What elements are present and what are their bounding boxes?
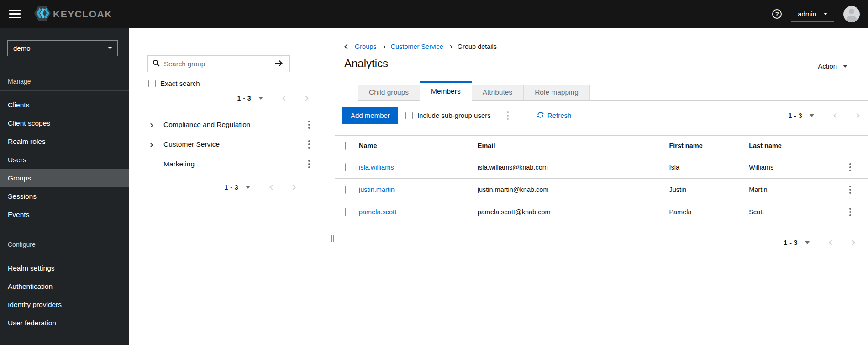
sidebar-item-user-federation[interactable]: User federation bbox=[0, 314, 129, 332]
group-tree-item-label[interactable]: Marketing bbox=[163, 160, 306, 168]
include-subgroup-users-checkbox[interactable] bbox=[405, 112, 413, 119]
pagination-range: 1 - 3 bbox=[224, 184, 238, 191]
sidebar-item-realm-settings[interactable]: Realm settings bbox=[0, 259, 129, 277]
sidebar-item-identity-providers[interactable]: Identity providers bbox=[0, 296, 129, 314]
member-first-name: Isla bbox=[665, 156, 745, 179]
back-chevron-icon[interactable] bbox=[344, 44, 349, 49]
keycloak-logo: KEYCLOAK bbox=[33, 5, 112, 24]
chevron-down-icon bbox=[108, 47, 112, 49]
breadcrumb: Groups Customer Service Group details bbox=[335, 28, 868, 50]
user-menu-dropdown[interactable]: admin bbox=[791, 6, 834, 22]
group-tree-panel: Exact search 1 - 3 Compliance and Regula… bbox=[129, 28, 331, 345]
group-tree-item-label[interactable]: Compliance and Regulation bbox=[163, 121, 306, 129]
sidebar-item-client-scopes[interactable]: Client scopes bbox=[0, 114, 129, 133]
sidebar-item-authentication[interactable]: Authentication bbox=[0, 277, 129, 296]
refresh-button[interactable]: Refresh bbox=[537, 111, 572, 120]
help-icon[interactable]: ? bbox=[772, 9, 782, 19]
kebab-menu-icon[interactable] bbox=[847, 162, 864, 173]
sidebar-item-events[interactable]: Events bbox=[0, 206, 129, 224]
row-checkbox[interactable] bbox=[345, 186, 346, 194]
hamburger-menu-icon[interactable] bbox=[9, 10, 21, 18]
group-search-box bbox=[147, 55, 268, 72]
sidebar-item-clients[interactable]: Clients bbox=[0, 96, 129, 114]
breadcrumb-current: Group details bbox=[458, 43, 497, 50]
nav-section-configure: Configure bbox=[0, 235, 129, 254]
row-checkbox[interactable] bbox=[345, 208, 346, 216]
search-icon bbox=[153, 59, 160, 69]
table-row: isla.williams isla.williams@knab.com Isl… bbox=[335, 156, 868, 179]
chevron-down-icon bbox=[824, 13, 827, 15]
arrow-right-icon bbox=[274, 60, 283, 68]
pagination-prev-button[interactable] bbox=[829, 240, 834, 245]
member-first-name: Justin bbox=[665, 179, 745, 201]
select-all-checkbox[interactable] bbox=[345, 142, 346, 150]
kebab-menu-icon[interactable] bbox=[306, 139, 312, 150]
column-header-first-name: First name bbox=[665, 136, 745, 156]
group-search-submit-button[interactable] bbox=[268, 55, 290, 72]
table-row: justin.martin justin.martin@knab.com Jus… bbox=[335, 179, 868, 201]
kebab-menu-icon[interactable] bbox=[505, 110, 511, 121]
kebab-menu-icon[interactable] bbox=[306, 159, 312, 170]
tab-members[interactable]: Members bbox=[420, 81, 472, 101]
member-first-name: Pamela bbox=[665, 201, 745, 223]
kebab-menu-icon[interactable] bbox=[306, 119, 312, 130]
group-tree-item-label[interactable]: Customer Service bbox=[163, 140, 306, 149]
row-checkbox[interactable] bbox=[345, 163, 346, 171]
column-header-last-name: Last name bbox=[745, 136, 843, 156]
expand-chevron-icon[interactable] bbox=[149, 123, 153, 127]
chevron-right-icon bbox=[382, 45, 385, 48]
tab-role-mapping[interactable]: Role mapping bbox=[524, 85, 590, 100]
user-menu-label: admin bbox=[798, 10, 816, 18]
members-pagination-bottom: 1 - 3 bbox=[335, 223, 868, 246]
pagination-next-button[interactable] bbox=[854, 113, 859, 118]
add-member-button[interactable]: Add member bbox=[342, 107, 398, 124]
sidebar-item-users[interactable]: Users bbox=[0, 151, 129, 169]
exact-search-checkbox[interactable] bbox=[148, 80, 156, 87]
column-header-email: Email bbox=[474, 136, 666, 156]
kebab-menu-icon[interactable] bbox=[847, 184, 864, 195]
group-details-panel: Groups Customer Service Group details An… bbox=[335, 28, 868, 345]
include-subgroup-users-label: Include sub-group users bbox=[417, 111, 491, 119]
pagination-menu-toggle[interactable] bbox=[805, 241, 810, 244]
member-username-link[interactable]: isla.williams bbox=[359, 164, 394, 171]
pagination-prev-button[interactable] bbox=[269, 185, 274, 190]
masthead: KEYCLOAK ? admin bbox=[0, 0, 868, 28]
panel-resize-handle[interactable] bbox=[331, 235, 334, 242]
group-search-input[interactable] bbox=[164, 60, 263, 68]
page-title: Analytics bbox=[344, 57, 388, 70]
pagination-next-button[interactable] bbox=[303, 96, 308, 101]
members-table: Name Email First name Last name isla.wil… bbox=[335, 135, 868, 223]
pagination-range: 1 - 3 bbox=[788, 112, 802, 119]
member-last-name: Scott bbox=[745, 201, 843, 223]
sidebar-item-realm-roles[interactable]: Realm roles bbox=[0, 133, 129, 151]
breadcrumb-groups-link[interactable]: Groups bbox=[355, 43, 377, 50]
action-dropdown-button[interactable]: Action bbox=[810, 58, 855, 74]
member-username-link[interactable]: pamela.scott bbox=[359, 208, 396, 216]
pagination-menu-toggle[interactable] bbox=[810, 114, 814, 117]
pagination-next-button[interactable] bbox=[850, 240, 855, 245]
column-header-name: Name bbox=[355, 136, 474, 156]
pagination-menu-toggle[interactable] bbox=[246, 186, 250, 189]
sidebar-item-groups[interactable]: Groups bbox=[0, 169, 129, 187]
expand-chevron-icon[interactable] bbox=[149, 143, 153, 147]
divider bbox=[140, 110, 320, 110]
pagination-prev-button[interactable] bbox=[282, 96, 287, 101]
member-email: justin.martin@knab.com bbox=[474, 179, 666, 201]
tab-attributes[interactable]: Attributes bbox=[472, 85, 524, 100]
refresh-label: Refresh bbox=[547, 111, 572, 119]
avatar[interactable] bbox=[843, 6, 860, 22]
sidebar-item-sessions[interactable]: Sessions bbox=[0, 187, 129, 206]
member-email: isla.williams@knab.com bbox=[474, 156, 666, 179]
breadcrumb-parent-group-link[interactable]: Customer Service bbox=[391, 43, 443, 50]
tab-child-groups[interactable]: Child groups bbox=[358, 85, 420, 100]
pagination-menu-toggle[interactable] bbox=[258, 97, 263, 100]
pagination-prev-button[interactable] bbox=[833, 113, 838, 118]
pagination-next-button[interactable] bbox=[290, 185, 295, 190]
realm-selector[interactable]: demo bbox=[7, 40, 118, 56]
group-tree-item: Compliance and Regulation bbox=[129, 115, 331, 134]
member-username-link[interactable]: justin.martin bbox=[359, 186, 395, 193]
table-header-row: Name Email First name Last name bbox=[335, 136, 868, 156]
sidebar: demo Manage Clients Client scopes Realm … bbox=[0, 28, 129, 345]
member-email: pamela.scott@knab.com bbox=[474, 201, 666, 223]
kebab-menu-icon[interactable] bbox=[847, 207, 864, 218]
